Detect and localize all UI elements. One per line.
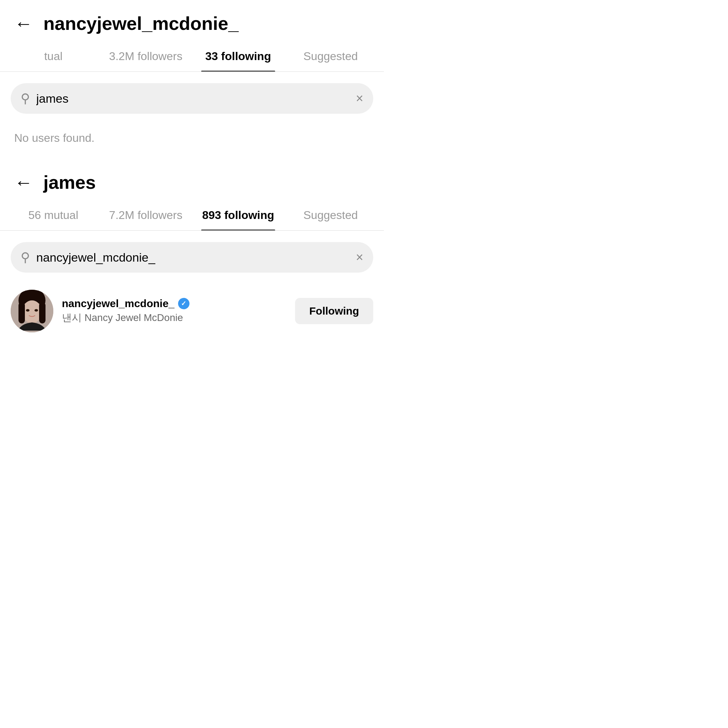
- back-button-nancyjewel[interactable]: ←: [14, 14, 33, 33]
- header-nancyjewel: ← nancyjewel_mcdonie_: [0, 0, 384, 41]
- section-nancyjewel: ← nancyjewel_mcdonie_ tual 3.2M follower…: [0, 0, 384, 155]
- back-button-james[interactable]: ←: [14, 173, 33, 191]
- tabs-nancyjewel: tual 3.2M followers 33 following Suggest…: [0, 41, 384, 72]
- tabs-james: 56 mutual 7.2M followers 893 following S…: [0, 200, 384, 231]
- search-bar-nancyjewel: ⚲ ×: [11, 83, 373, 114]
- username-label: nancyjewel_mcdonie_: [62, 298, 174, 310]
- svg-rect-5: [39, 302, 46, 323]
- search-icon-nancyjewel: ⚲: [21, 91, 30, 106]
- svg-rect-4: [18, 302, 25, 323]
- tab-suggested-nancyjewel[interactable]: Suggested: [284, 41, 377, 72]
- tab-mutual-james[interactable]: 56 mutual: [7, 200, 99, 230]
- following-button[interactable]: Following: [295, 298, 373, 324]
- user-result-row: nancyjewel_mcdonie_ ✓ 낸시 Nancy Jewel McD…: [0, 280, 384, 342]
- display-name-label: 낸시 Nancy Jewel McDonie: [62, 311, 286, 324]
- tab-following-james[interactable]: 893 following: [192, 200, 284, 230]
- tab-followers-nancyjewel[interactable]: 3.2M followers: [99, 41, 192, 72]
- tab-mutual-nancyjewel[interactable]: tual: [7, 41, 99, 72]
- search-icon-james: ⚲: [21, 250, 30, 265]
- tab-followers-james[interactable]: 7.2M followers: [99, 200, 192, 230]
- no-users-message: No users found.: [0, 121, 384, 155]
- search-bar-james: ⚲ ×: [11, 242, 373, 273]
- section-james: ← james 56 mutual 7.2M followers 893 fol…: [0, 159, 384, 342]
- page-title-james: james: [43, 172, 96, 193]
- verified-check-icon: ✓: [181, 300, 186, 307]
- header-james: ← james: [0, 159, 384, 200]
- avatar-nancyjewel: [11, 290, 54, 332]
- verified-badge: ✓: [178, 298, 190, 309]
- clear-icon-nancyjewel[interactable]: ×: [356, 91, 363, 106]
- svg-point-3: [22, 300, 42, 323]
- user-info-nancyjewel: nancyjewel_mcdonie_ ✓ 낸시 Nancy Jewel McD…: [62, 298, 286, 324]
- username-row: nancyjewel_mcdonie_ ✓: [62, 298, 286, 310]
- tab-suggested-james[interactable]: Suggested: [284, 200, 377, 230]
- search-input-james[interactable]: [36, 251, 349, 265]
- svg-point-6: [26, 309, 29, 312]
- svg-point-7: [35, 309, 38, 312]
- tab-following-nancyjewel[interactable]: 33 following: [192, 41, 284, 72]
- clear-icon-james[interactable]: ×: [356, 250, 363, 265]
- search-input-nancyjewel[interactable]: [36, 92, 349, 106]
- page-title-nancyjewel: nancyjewel_mcdonie_: [43, 13, 239, 34]
